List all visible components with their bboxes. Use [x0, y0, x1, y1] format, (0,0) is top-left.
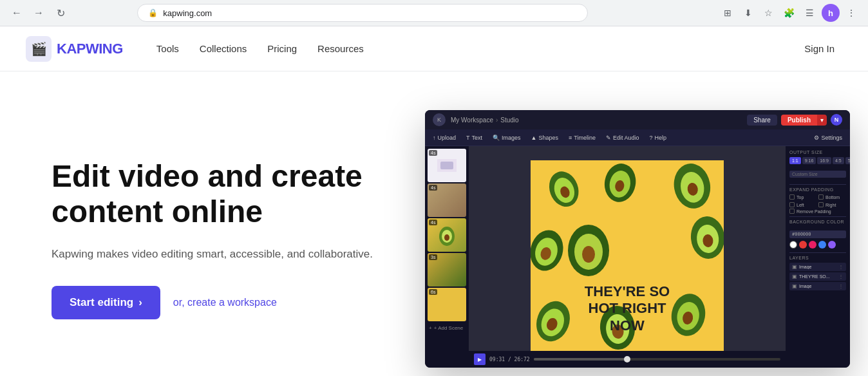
swatch-red[interactable]: [799, 241, 807, 249]
site-nav: Tools Collections Pricing Resources: [149, 39, 372, 58]
address-bar[interactable]: 🔒 kapwing.com: [137, 4, 588, 22]
help-label: Help: [655, 135, 667, 141]
canvas-text-overlay: THEY'RE SO HOT RIGHT NOW: [531, 283, 724, 334]
clip-item[interactable]: 6s: [428, 288, 466, 321]
play-button[interactable]: ▶: [474, 353, 486, 365]
toolbar-shapes[interactable]: ▲ Shapes: [531, 135, 558, 141]
layer-icon: ▣: [792, 264, 797, 270]
canvas-text-line1: THEY'RE SO: [531, 283, 724, 300]
swatch-blue[interactable]: [818, 241, 826, 249]
forward-button[interactable]: →: [30, 4, 48, 22]
layer-name: THEY'RE SO...: [799, 274, 836, 279]
size-btn-4-5[interactable]: 4:5: [833, 157, 844, 164]
publish-button[interactable]: Publish: [781, 115, 817, 126]
start-editing-button[interactable]: Start editing ›: [52, 286, 160, 319]
nav-resources[interactable]: Resources: [310, 39, 372, 58]
size-btn-5-4[interactable]: 5:4: [845, 157, 850, 164]
svg-point-4: [444, 234, 449, 241]
refresh-button[interactable]: ↻: [52, 4, 70, 22]
bg-color-input[interactable]: [789, 230, 846, 238]
back-button[interactable]: ←: [8, 4, 26, 22]
nav-tools[interactable]: Tools: [149, 39, 187, 58]
avocado-thumbnail: [434, 222, 460, 248]
size-btn-9-16[interactable]: 9:16: [802, 157, 816, 164]
studio-user-avatar: N: [831, 114, 842, 126]
layer-action[interactable]: ⋮: [838, 283, 844, 289]
timeline-label: Timeline: [574, 135, 596, 141]
layer-action[interactable]: ⋮: [838, 274, 844, 279]
add-scene-button[interactable]: + + Add Scene: [428, 323, 466, 334]
swatch-purple[interactable]: [828, 241, 836, 249]
toolbar-timeline[interactable]: ≡ Timeline: [569, 135, 596, 141]
canvas-area: THEY'RE SO HOT RIGHT NOW ▶ 09:31 / 26:72: [469, 146, 786, 368]
extensions-button[interactable]: ⊞: [719, 4, 737, 22]
hero-subtitle: Kapwing makes video editing smart, acces…: [52, 245, 386, 263]
hero-cta: Start editing › or, create a workspace: [52, 286, 386, 319]
time-current: 09:31: [489, 357, 505, 362]
panel-divider: [789, 184, 846, 185]
clip-badge: 3s: [429, 254, 437, 260]
toolbar-settings[interactable]: ⚙ Settings: [814, 135, 842, 141]
padding-left-checkbox[interactable]: [789, 202, 795, 207]
swatch-pink[interactable]: [809, 241, 816, 249]
padding-right-checkbox[interactable]: [818, 202, 824, 207]
size-btn-1-1[interactable]: 1:1: [789, 157, 801, 164]
publish-dropdown-button[interactable]: ▾: [817, 115, 827, 126]
output-size-buttons: 1:1 9:16 16:9 4:5 5:4: [789, 157, 846, 164]
nav-collections[interactable]: Collections: [192, 39, 254, 58]
layer-item[interactable]: ▣ Image ⋮: [789, 263, 846, 271]
download-button[interactable]: ⬇: [739, 4, 757, 22]
shapes-label: Shapes: [538, 135, 558, 141]
bg-color-label: BACKGROUND COLOR: [789, 220, 846, 224]
start-editing-arrow: ›: [138, 296, 142, 309]
toolbar-text[interactable]: T Text: [466, 135, 482, 141]
puzzle-button[interactable]: 🧩: [780, 4, 798, 22]
layer-name: Image: [799, 265, 836, 269]
swatch-white[interactable]: [789, 241, 797, 249]
timeline-bar: ▶ 09:31 / 26:72: [469, 351, 786, 368]
profile-button[interactable]: h: [822, 4, 840, 22]
add-icon: +: [429, 325, 432, 331]
clip-item[interactable]: 4s: [428, 218, 466, 252]
padding-options: Top Bottom Left Right: [789, 194, 846, 209]
share-button[interactable]: Share: [747, 115, 777, 126]
start-editing-label: Start editing: [70, 296, 133, 309]
logo-icon: 🎬: [26, 36, 52, 62]
toolbar-help[interactable]: ? Help: [650, 135, 667, 141]
site-logo[interactable]: 🎬 KAPWING: [26, 36, 123, 62]
studio-topbar-actions: Share Publish ▾ N: [747, 114, 842, 126]
size-btn-16-9[interactable]: 16:9: [817, 157, 831, 164]
studio-topbar: K My Workspace › Studio Share Publish ▾ …: [425, 110, 850, 129]
layer-action[interactable]: ⋮: [838, 264, 844, 270]
menu-button[interactable]: ☰: [801, 4, 819, 22]
time-display: 09:31 / 26:72: [489, 357, 530, 362]
bookmark-button[interactable]: ☆: [760, 4, 778, 22]
remove-padding-checkbox[interactable]: [789, 209, 795, 214]
hero-left: Edit video and create content online Kap…: [52, 158, 386, 319]
nav-pricing[interactable]: Pricing: [259, 39, 305, 58]
layer-item[interactable]: ▣ Image ⋮: [789, 282, 846, 290]
padding-bottom-checkbox[interactable]: [818, 194, 824, 200]
studio-toolbar: ↑ Upload T Text 🔍 Images ▲ Shapes ≡ T: [425, 129, 850, 146]
browser-nav-buttons: ← → ↻: [8, 4, 70, 22]
padding-top-checkbox[interactable]: [789, 194, 795, 200]
clip-item[interactable]: 4s: [428, 183, 466, 217]
timeline-thumb[interactable]: [624, 356, 630, 362]
signin-button[interactable]: Sign In: [797, 39, 842, 58]
layer-icon: ▣: [792, 283, 797, 289]
clip-item[interactable]: 4s: [428, 149, 466, 182]
custom-size-input[interactable]: [789, 171, 846, 178]
toolbar-images[interactable]: 🔍 Images: [493, 135, 521, 141]
studio-main: 4s 4s 4s: [425, 146, 850, 368]
toolbar-upload[interactable]: ↑ Upload: [433, 135, 456, 141]
toolbar-edit-audio[interactable]: ✎ Edit Audio: [606, 135, 639, 141]
timeline-progress: [534, 358, 628, 361]
clip-item[interactable]: 3s: [428, 253, 466, 287]
more-button[interactable]: ⋮: [842, 4, 860, 22]
url-text: kapwing.com: [163, 8, 577, 18]
timeline-track[interactable]: [534, 358, 780, 361]
settings-label: Settings: [821, 135, 842, 141]
panel-divider-3: [789, 252, 846, 253]
create-workspace-link[interactable]: or, create a workspace: [173, 297, 277, 308]
layer-item[interactable]: ▣ THEY'RE SO... ⋮: [789, 272, 846, 281]
